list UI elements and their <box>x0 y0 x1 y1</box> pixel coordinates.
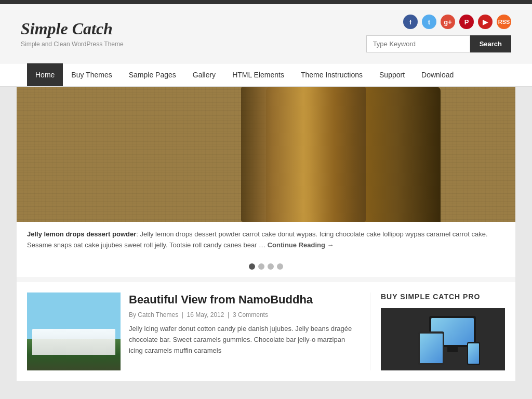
twitter-icon[interactable]: t <box>422 15 436 29</box>
googleplus-icon[interactable]: g+ <box>441 15 455 29</box>
article-thumbnail <box>27 292 121 370</box>
nav-item-support[interactable]: Support <box>371 63 413 86</box>
content-area: Beautiful View from NamoBuddha By Catch … <box>17 282 515 381</box>
article-content: Beautiful View from NamoBuddha By Catch … <box>129 292 354 370</box>
social-icons: f t g+ P ▶ RSS <box>403 15 511 29</box>
slider-image <box>17 87 515 222</box>
search-bar: Search <box>366 35 511 52</box>
nav-item-sample-pages[interactable]: Sample Pages <box>121 63 184 86</box>
slider-caption-bold: Jelly lemon drops dessert powder <box>27 230 136 238</box>
continue-reading-link[interactable]: Continue Reading → <box>268 241 334 249</box>
slider-dot-3[interactable] <box>268 263 274 270</box>
sidebar: BUY SIMPLE CATCH PRO <box>370 292 505 370</box>
featured-slider: Jelly lemon drops dessert powder: Jelly … <box>17 87 515 277</box>
top-bar <box>0 0 532 4</box>
main-content: Beautiful View from NamoBuddha By Catch … <box>27 292 370 370</box>
article-comments: 3 Comments <box>233 311 268 318</box>
article-title[interactable]: Beautiful View from NamoBuddha <box>129 292 354 308</box>
site-tagline: Simple and Clean WordPress Theme <box>21 41 124 48</box>
slider-caption: Jelly lemon drops dessert powder: Jelly … <box>17 222 515 258</box>
youtube-icon[interactable]: ▶ <box>478 15 493 29</box>
facebook-icon[interactable]: f <box>403 15 418 29</box>
search-button[interactable]: Search <box>470 35 511 52</box>
nav-item-home[interactable]: Home <box>27 63 63 86</box>
sidebar-promo <box>381 308 505 370</box>
article-excerpt: Jelly icing wafer donut cotton candy pie… <box>129 324 354 356</box>
article-date: 16 May, 2012 <box>187 311 224 318</box>
nav-item-buy-themes[interactable]: Buy Themes <box>63 63 120 86</box>
pinterest-icon[interactable]: P <box>459 15 474 29</box>
header-right: f t g+ P ▶ RSS Search <box>366 15 511 52</box>
site-title-wrap: Simple Catch Simple and Clean WordPress … <box>21 19 124 48</box>
article: Beautiful View from NamoBuddha By Catch … <box>27 292 354 370</box>
slider-dot-2[interactable] <box>258 263 264 270</box>
article-author: By Catch Themes <box>129 311 178 318</box>
slider-dots <box>17 258 515 277</box>
article-meta: By Catch Themes | 16 May, 2012 | 3 Comme… <box>129 311 354 318</box>
nav-item-theme-instructions[interactable]: Theme Instructions <box>292 63 371 86</box>
nav-item-gallery[interactable]: Gallery <box>184 63 224 86</box>
main-navigation: Home Buy Themes Sample Pages Gallery HTM… <box>0 63 532 87</box>
phone-icon <box>467 342 480 365</box>
sidebar-promo-title: BUY SIMPLE CATCH PRO <box>381 292 505 301</box>
nav-item-html-elements[interactable]: HTML Elements <box>224 63 292 86</box>
slider-dot-4[interactable] <box>277 263 283 270</box>
rss-icon[interactable]: RSS <box>497 15 511 29</box>
site-title[interactable]: Simple Catch <box>21 19 124 38</box>
header: Simple Catch Simple and Clean WordPress … <box>0 4 532 63</box>
promo-image <box>381 308 505 370</box>
search-input[interactable] <box>366 35 470 52</box>
slider-dot-1[interactable] <box>249 263 255 270</box>
nav-item-download[interactable]: Download <box>413 63 462 86</box>
tablet-icon <box>418 331 444 365</box>
